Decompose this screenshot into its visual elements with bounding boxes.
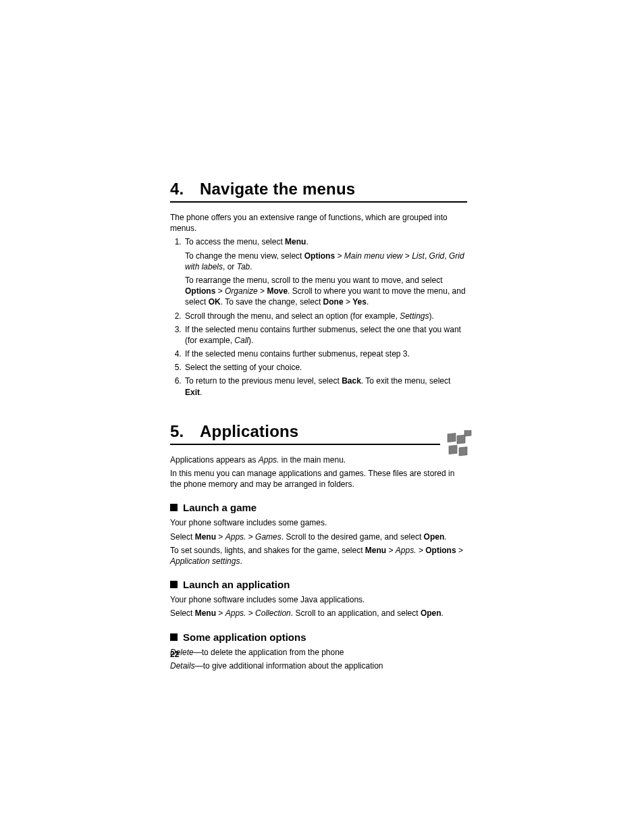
step-text: To access the menu, select Menu. bbox=[185, 237, 308, 246]
launch-game-p1: Your phone software includes some games. bbox=[170, 517, 467, 528]
chapter-rule bbox=[170, 444, 440, 445]
step-2: Scroll through the menu, and select an o… bbox=[184, 311, 467, 321]
subhead-app-options: Some application options bbox=[170, 631, 467, 643]
options-p1: Delete—to delete the application from th… bbox=[170, 647, 467, 658]
svg-rect-1 bbox=[457, 435, 465, 444]
svg-rect-0 bbox=[448, 433, 456, 442]
step-1: To access the menu, select Menu. To chan… bbox=[184, 236, 467, 307]
step-4: If the selected menu contains further su… bbox=[184, 348, 467, 359]
step-1-sub2: To rearrange the menu, scroll to the men… bbox=[185, 275, 467, 308]
launch-app-p2: Select Menu > Apps. > Collection. Scroll… bbox=[170, 608, 467, 619]
square-bullet-icon bbox=[170, 504, 178, 511]
launch-game-p3: To set sounds, lights, and shakes for th… bbox=[170, 545, 467, 567]
chapter-5-heading-row: 5.Applications bbox=[170, 422, 467, 454]
chapter-title: Navigate the menus bbox=[200, 180, 355, 198]
svg-rect-4 bbox=[459, 446, 467, 455]
applications-icon bbox=[446, 430, 474, 459]
section5-p1: Applications appears as Apps. in the mai… bbox=[170, 454, 467, 465]
chapter-5-heading: 5.Applications bbox=[170, 422, 440, 441]
chapter-number: 4. bbox=[170, 180, 200, 199]
chapter-number: 5. bbox=[170, 422, 200, 441]
subhead-launch-game: Launch a game bbox=[170, 502, 467, 513]
step-1-sub1: To change the menu view, select Options … bbox=[185, 251, 467, 272]
section4-intro: The phone offers you an extensive range … bbox=[170, 212, 467, 234]
step-5: Select the setting of your choice. bbox=[184, 362, 467, 373]
square-bullet-icon bbox=[170, 581, 178, 588]
chapter-rule bbox=[170, 201, 467, 203]
chapter-4-heading: 4.Navigate the menus bbox=[170, 180, 467, 199]
launch-game-p2: Select Menu > Apps. > Games. Scroll to t… bbox=[170, 531, 467, 542]
svg-rect-2 bbox=[464, 430, 471, 436]
manual-page: 4.Navigate the menus The phone offers yo… bbox=[170, 180, 467, 674]
step-3: If the selected menu contains further su… bbox=[184, 324, 467, 346]
section4-steps: To access the menu, select Menu. To chan… bbox=[170, 236, 467, 397]
section5-p2: In this menu you can manage applications… bbox=[170, 468, 467, 490]
subhead-launch-app: Launch an application bbox=[170, 579, 467, 590]
page-number: 22 bbox=[170, 650, 179, 659]
svg-rect-3 bbox=[449, 445, 457, 454]
chapter-title: Applications bbox=[200, 422, 298, 440]
square-bullet-icon bbox=[170, 633, 178, 641]
options-p2: Details—to give additional information a… bbox=[170, 660, 467, 671]
step-6: To return to the previous menu level, se… bbox=[184, 375, 467, 397]
launch-app-p1: Your phone software includes some Java a… bbox=[170, 594, 467, 605]
